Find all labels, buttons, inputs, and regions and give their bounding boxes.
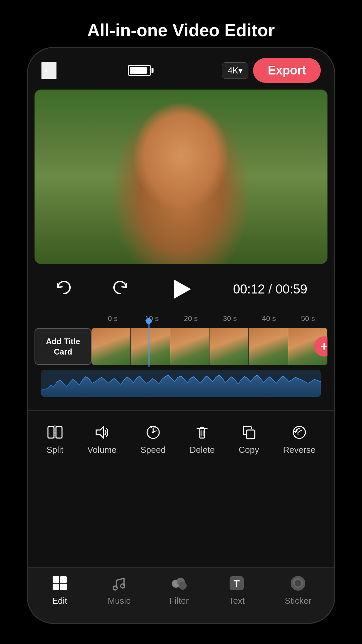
redo-button[interactable] xyxy=(112,279,129,300)
volume-tool[interactable]: Volume xyxy=(87,424,117,455)
top-right-controls: 4K▾ Export xyxy=(222,58,321,83)
battery-icon xyxy=(128,65,151,76)
speed-label: Speed xyxy=(140,445,166,455)
svg-rect-19 xyxy=(53,584,59,590)
strip-frame-1 xyxy=(92,328,131,365)
video-frame-content xyxy=(35,90,327,264)
ruler-mark-30: 30 s xyxy=(210,314,250,323)
timeline-section: 0 s 10 s 20 s 30 s 40 s 50 s Add TitleCa… xyxy=(28,314,334,407)
reverse-icon xyxy=(291,424,308,441)
text-nav-label: Text xyxy=(229,596,245,606)
play-button[interactable] xyxy=(170,277,193,301)
reverse-tool[interactable]: Reverse xyxy=(283,424,315,455)
time-sep: / xyxy=(265,282,276,296)
delete-tool[interactable]: Delete xyxy=(190,424,215,455)
music-nav-icon xyxy=(110,574,128,592)
strip-frame-2 xyxy=(131,328,170,365)
phone-frame: ← 4K▾ Export xyxy=(27,47,335,624)
svg-rect-0 xyxy=(48,427,54,438)
play-icon xyxy=(174,280,191,299)
waveform-container xyxy=(41,370,321,397)
split-label: Split xyxy=(47,445,64,455)
playback-controls: 00:12 / 00:59 xyxy=(28,264,334,314)
svg-line-15 xyxy=(298,430,301,432)
sticker-nav-icon xyxy=(289,574,307,592)
svg-text:T: T xyxy=(234,578,240,589)
svg-point-7 xyxy=(152,431,154,433)
add-title-card-text: Add TitleCard xyxy=(46,336,80,357)
strip-frame-4 xyxy=(209,328,249,365)
volume-label: Volume xyxy=(87,445,117,455)
redo-icon xyxy=(112,279,129,296)
bottom-nav: Edit Music Filter T T xyxy=(28,567,334,623)
strip-frame-5 xyxy=(249,328,288,365)
edit-tools: Split Volume Speed xyxy=(28,414,334,462)
copy-tool[interactable]: Copy xyxy=(239,424,259,455)
volume-icon xyxy=(94,424,110,441)
text-nav-icon: T xyxy=(228,574,246,592)
video-strip[interactable]: + xyxy=(92,328,327,365)
video-preview xyxy=(35,90,327,264)
svg-point-29 xyxy=(295,580,301,587)
top-bar: ← 4K▾ Export xyxy=(28,48,334,90)
quality-selector[interactable]: 4K▾ xyxy=(222,62,248,79)
app-title: All-in-one Video Editor xyxy=(0,0,362,54)
waveform-svg xyxy=(41,370,321,397)
add-title-card-block[interactable]: Add TitleCard xyxy=(35,328,92,365)
timeline-track: Add TitleCard + xyxy=(35,326,327,367)
nav-edit[interactable]: Edit xyxy=(51,574,69,606)
copy-icon xyxy=(241,424,257,441)
svg-rect-18 xyxy=(60,576,67,583)
ruler-mark-20: 20 s xyxy=(171,314,210,323)
split-tool[interactable]: Split xyxy=(47,424,64,455)
svg-rect-20 xyxy=(60,584,67,590)
playhead xyxy=(148,321,149,367)
speed-icon xyxy=(145,424,162,441)
current-time: 00:12 xyxy=(233,282,265,296)
svg-rect-1 xyxy=(56,427,62,438)
ruler-mark-0: 0 s xyxy=(93,314,132,323)
music-nav-label: Music xyxy=(108,596,130,606)
nav-music[interactable]: Music xyxy=(108,574,130,606)
ruler-mark-40: 40 s xyxy=(249,314,289,323)
ruler-mark-50: 50 s xyxy=(289,314,328,323)
delete-label: Delete xyxy=(190,445,215,455)
filter-nav-icon xyxy=(170,574,188,592)
reverse-label: Reverse xyxy=(283,445,315,455)
svg-marker-3 xyxy=(96,427,104,438)
svg-point-25 xyxy=(179,582,187,590)
edit-nav-label: Edit xyxy=(52,596,67,606)
nav-filter[interactable]: Filter xyxy=(169,574,189,606)
edit-nav-icon xyxy=(51,574,69,592)
delete-icon xyxy=(194,424,210,441)
timeline-ruler: 0 s 10 s 20 s 30 s 40 s 50 s xyxy=(35,314,327,326)
back-button[interactable]: ← xyxy=(41,62,57,79)
svg-rect-17 xyxy=(53,576,59,583)
divider xyxy=(28,410,334,411)
undo-icon xyxy=(55,279,72,296)
strip-frame-3 xyxy=(170,328,209,365)
split-icon xyxy=(47,424,63,441)
undo-button[interactable] xyxy=(55,279,72,300)
speed-tool[interactable]: Speed xyxy=(140,424,166,455)
nav-text[interactable]: T Text xyxy=(228,574,246,606)
time-display: 00:12 / 00:59 xyxy=(233,282,307,297)
export-button[interactable]: Export xyxy=(253,58,321,83)
sticker-nav-label: Sticker xyxy=(285,596,311,606)
copy-label: Copy xyxy=(239,445,259,455)
total-time: 00:59 xyxy=(276,282,307,296)
svg-rect-13 xyxy=(247,430,255,439)
filter-nav-label: Filter xyxy=(169,596,189,606)
video-canvas xyxy=(35,90,327,264)
nav-sticker[interactable]: Sticker xyxy=(285,574,311,606)
